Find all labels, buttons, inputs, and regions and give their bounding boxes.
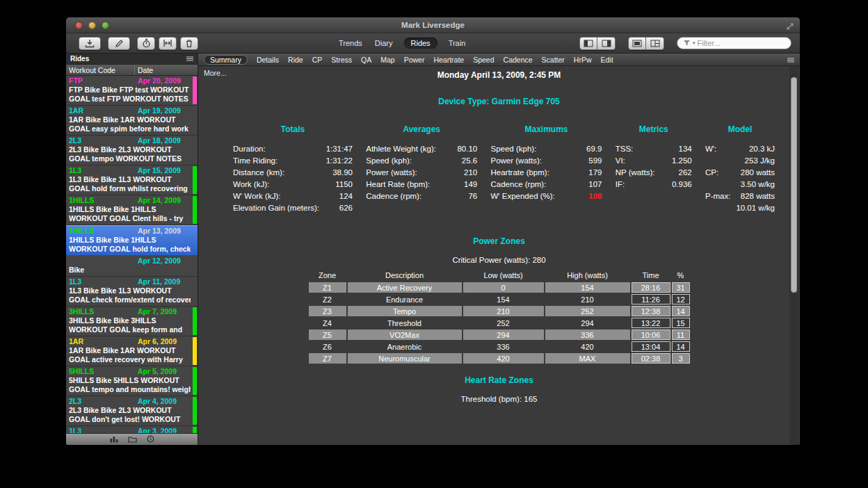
summary-column-title: Maximums: [491, 124, 602, 134]
ride-list-item[interactable]: 2L3Apr 4, 20092L3 Bike Bike 2L3 WORKOUTG…: [66, 396, 198, 426]
intervals-button[interactable]: [159, 37, 177, 50]
ride-list-item[interactable]: 2L3Apr 18, 20092L3 Bike Bike 2L3 WORKOUT…: [66, 136, 198, 165]
heart-rate-zones-title: Heart Rate Zones: [198, 375, 800, 385]
tab-cp[interactable]: CP: [312, 56, 323, 64]
power-zones-header: Description: [348, 271, 462, 281]
column-header-date[interactable]: Date: [135, 66, 153, 74]
ride-workout-code: 2L3: [69, 136, 81, 145]
summary-value: 1:31:22: [326, 155, 353, 167]
tab-hrpw[interactable]: HrPw: [574, 56, 592, 64]
ride-description-line: WORKOUT GOAL Clent hills - try: [69, 214, 191, 223]
folder-icon[interactable]: [128, 433, 137, 445]
view-tab-trends[interactable]: Trends: [337, 38, 364, 49]
filter-search-box[interactable]: ▾: [677, 37, 791, 49]
fullscreen-icon[interactable]: [786, 21, 794, 33]
ride-description-line: GOAL tempo and mountains! weight: [69, 385, 191, 394]
main-tabs-menu-icon[interactable]: [787, 56, 794, 64]
close-button[interactable]: [75, 22, 83, 29]
ride-list-item[interactable]: 1L3Apr 15, 20091L3 Bike Bike 1L3 WORKOUT…: [66, 165, 198, 195]
tab-qa[interactable]: QA: [361, 56, 371, 64]
power-zone-cell: Z7: [309, 353, 346, 364]
sidebar-menu-icon[interactable]: [186, 55, 193, 63]
view-tab-diary[interactable]: Diary: [373, 38, 394, 49]
split-view-button[interactable]: [646, 37, 664, 50]
ride-description-line: 1L3 Bike Bike 1L3 WORKOUT: [69, 286, 191, 295]
tab-power[interactable]: Power: [404, 56, 425, 64]
view-tab-train[interactable]: Train: [447, 38, 467, 49]
tab-stress[interactable]: Stress: [331, 56, 352, 64]
chart-icon[interactable]: [110, 433, 118, 445]
summary-label: P-max:: [705, 190, 732, 202]
power-zone-cell: Tempo: [348, 306, 462, 316]
toggle-left-panel-button[interactable]: [579, 37, 597, 50]
summary-row: 10.01 w/kg: [705, 202, 775, 214]
summary-label: VI:: [616, 155, 625, 167]
single-view-button[interactable]: [628, 37, 646, 50]
power-zone-row: Z4Threshold25229413:2215: [309, 318, 690, 328]
filter-input[interactable]: [698, 39, 785, 47]
ride-description-line: GOAL check form/extent of recovery: [69, 295, 191, 304]
sidebar-column-headers[interactable]: Workout Code Date: [66, 65, 198, 76]
tab-edit[interactable]: Edit: [601, 56, 613, 64]
power-zone-cell: 294: [545, 318, 630, 328]
summary-columns: TotalsDuration:1:31:47Time Riding:1:31:2…: [233, 124, 775, 214]
ride-list-item[interactable]: Apr 12, 2009Bike: [66, 256, 198, 277]
power-zone-cell: 0: [463, 282, 544, 293]
ride-description-line: FTP Bike Bike FTP test WORKOUT: [69, 86, 191, 95]
ride-list-item[interactable]: 1ARApr 19, 20091AR Bike Bike 1AR WORKOUT…: [66, 106, 198, 136]
ride-color-stripe: [193, 337, 197, 365]
layout-toggle-group: [628, 37, 664, 50]
toggle-right-panel-button[interactable]: [597, 37, 616, 50]
power-zones-header: %: [672, 271, 690, 281]
save-button[interactable]: [79, 37, 101, 50]
ride-list: FTPApr 20, 2009FTP Bike Bike FTP test WO…: [66, 76, 198, 433]
tab-map[interactable]: Map: [380, 56, 394, 64]
stopwatch-button[interactable]: [137, 37, 155, 50]
ride-list-item[interactable]: 1ARApr 6, 20091AR Bike Bike 1AR WORKOUTG…: [66, 336, 198, 366]
more-link[interactable]: More...: [204, 69, 227, 77]
summary-value: 210: [464, 167, 477, 179]
titlebar[interactable]: Mark Liversedge: [66, 17, 800, 33]
summary-value: 134: [679, 143, 692, 155]
summary-label: [705, 202, 732, 214]
minimize-button[interactable]: [88, 22, 96, 29]
stopwatch-icon[interactable]: [147, 433, 154, 445]
tab-summary[interactable]: Summary: [204, 55, 248, 65]
ride-list-item[interactable]: 5HILLSApr 5, 20095HILLS Bike 5HILLS WORK…: [66, 366, 198, 396]
summary-value: 1150: [335, 179, 353, 190]
summary-row: NP (watts):262: [616, 167, 692, 179]
zoom-button[interactable]: [102, 22, 109, 29]
column-header-workout-code[interactable]: Workout Code: [66, 65, 135, 75]
edit-button[interactable]: [108, 37, 130, 50]
ride-list-item[interactable]: 1L3Apr 3, 2009: [66, 426, 198, 433]
summary-row: Elevation Gain (meters):626: [233, 202, 353, 214]
power-zone-cell: 11: [672, 330, 690, 340]
tab-cadence[interactable]: Cadence: [504, 56, 533, 64]
ride-workout-code: FTP: [69, 76, 83, 85]
summary-value: 69.9: [586, 143, 602, 155]
ride-workout-code: 1L3: [69, 277, 81, 286]
delete-button[interactable]: [180, 37, 198, 50]
ride-list-item[interactable]: 1HILLSApr 13, 20091HILLS Bike Bike 1HILL…: [66, 225, 198, 256]
tab-scatter[interactable]: Scatter: [542, 56, 565, 64]
tab-ride[interactable]: Ride: [288, 56, 303, 64]
ride-list-item[interactable]: 1L3Apr 11, 20091L3 Bike Bike 1L3 WORKOUT…: [66, 277, 198, 307]
ride-item-header: FTPApr 20, 2009: [69, 76, 191, 86]
summary-label: W':: [705, 143, 732, 155]
tab-speed[interactable]: Speed: [473, 56, 494, 64]
ride-workout-code: 1L3: [69, 166, 81, 174]
app-body: Rides Workout Code Date FTPApr 20, 2009F…: [66, 54, 800, 445]
ride-list-item[interactable]: 1HILLSApr 14, 20091HILLS Bike Bike 1HILL…: [66, 195, 198, 225]
tab-details[interactable]: Details: [257, 56, 279, 64]
tab-heartrate[interactable]: Heartrate: [433, 56, 464, 64]
view-tab-rides[interactable]: Rides: [404, 38, 437, 49]
ride-list-item[interactable]: FTPApr 20, 2009FTP Bike Bike FTP test WO…: [66, 76, 198, 106]
ride-list-item[interactable]: 3HILLSApr 7, 20093HILLS Bike Bike 3HILLS…: [66, 307, 198, 336]
scrollbar-thumb[interactable]: [791, 77, 797, 293]
summary-row: CP:280 watts: [705, 167, 775, 179]
summary-column-title: Totals: [233, 124, 353, 134]
hr-threshold-subtitle: Threshold (bpm): 165: [198, 395, 800, 403]
power-zone-cell: 154: [545, 282, 630, 293]
summary-label: Time Riding:: [233, 155, 278, 167]
ride-date: Apr 6, 2009: [138, 337, 177, 346]
